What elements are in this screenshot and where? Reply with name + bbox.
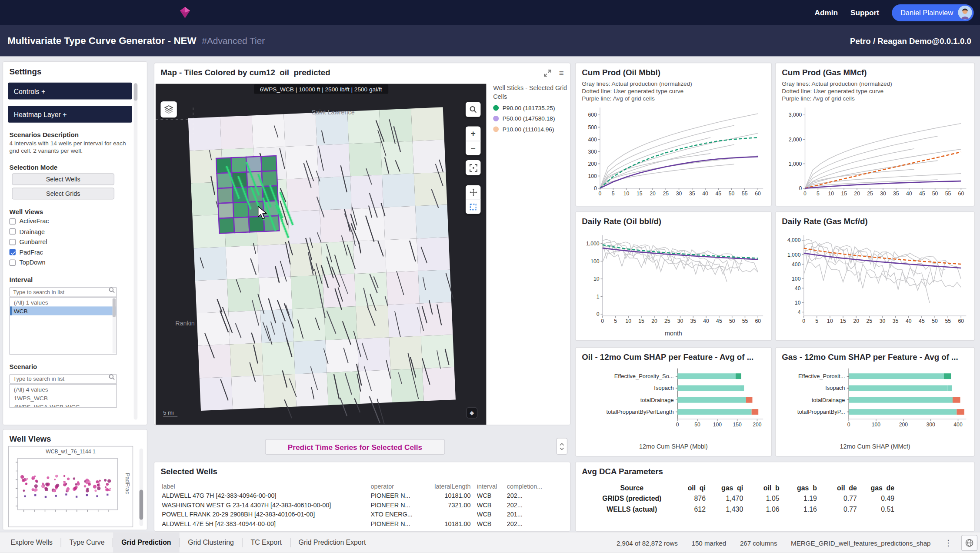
svg-text:10: 10 xyxy=(623,191,630,197)
svg-text:100: 100 xyxy=(713,422,722,428)
language-globe-button[interactable] xyxy=(961,535,977,551)
panel-collapse-control[interactable] xyxy=(556,438,567,455)
table-row[interactable]: POWELL FRANK 20-29 2908BH [42-383-40106-… xyxy=(162,510,566,519)
svg-text:Isopach: Isopach xyxy=(825,385,845,391)
selected-wells-title: Selected Wells xyxy=(154,462,570,478)
list-option-4wps-wca-wcb-wcc[interactable]: 4WPS_WCA-WCB-WCC xyxy=(10,402,116,408)
map-legend: Well Sticks - Selected Grid Cells P90.00… xyxy=(493,84,568,133)
admin-link[interactable]: Admin xyxy=(814,8,838,17)
map-canvas[interactable]: Saint LawrenceRankin 6WPS_WCB | 10000 ft… xyxy=(156,84,486,425)
select-grids-button[interactable]: Select Grids xyxy=(12,188,114,199)
well-view-checkbox-gunbarrel[interactable]: Gunbarrel xyxy=(10,237,147,247)
column-header-operator[interactable]: operator xyxy=(370,483,430,489)
list-option-1wps-wcb[interactable]: 1WPS_WCB xyxy=(10,393,116,402)
zoom-in-button[interactable]: + xyxy=(466,126,481,141)
svg-text:30: 30 xyxy=(880,318,886,324)
list-option-all-4-values[interactable]: (All) 4 values xyxy=(10,385,116,393)
table-row[interactable]: ALDWELL 47E 5H [42-383-40944-00-00]PIONE… xyxy=(162,519,566,529)
list-option-wcb[interactable]: WCB xyxy=(10,307,116,315)
box-select-mode-button[interactable] xyxy=(466,200,481,214)
pan-mode-button[interactable] xyxy=(466,185,481,200)
tab-grid-prediction[interactable]: Grid Prediction xyxy=(113,532,180,553)
daily-rate-gas-panel: Daily Rate (Gas Mcf/d) 4,0001,0004001004… xyxy=(775,211,975,341)
overflow-menu-icon[interactable]: ⋮ xyxy=(944,538,953,547)
well-views-panel: Well Views WCB_w1_76_1144 1 PadFrac xyxy=(3,429,148,530)
legend-item: P50.00 (147580.18) xyxy=(493,115,568,122)
svg-text:1,000: 1,000 xyxy=(789,161,802,167)
tab-grid-clustering[interactable]: Grid Clustering xyxy=(180,532,242,553)
svg-text:50: 50 xyxy=(729,318,735,324)
map-panel: Map - Tiles Colored by cum12_oil_predict… xyxy=(154,63,571,426)
scenario-search-input[interactable] xyxy=(10,374,117,384)
cum-oil-chart: 0100200300400500600051015202530354045505… xyxy=(579,103,768,198)
daily-rate-oil-panel: Daily Rate (Oil bbl/d) 1,000100101005101… xyxy=(575,211,772,341)
legend-item: P10.00 (111014.96) xyxy=(493,126,568,133)
svg-text:20: 20 xyxy=(650,191,656,197)
interval-heading: Interval xyxy=(10,276,147,283)
support-link[interactable]: Support xyxy=(850,8,879,17)
checkbox-icon[interactable] xyxy=(10,228,16,235)
column-header-completion[interactable]: completion... xyxy=(507,483,557,489)
column-header-label[interactable]: label xyxy=(162,483,370,489)
tier-badge: #Advanced Tier xyxy=(202,36,265,46)
table-row[interactable]: ALDWELL 47G 7H [42-383-40946-00-00]PIONE… xyxy=(162,491,566,500)
well-view-checkbox-activefrac[interactable]: ActiveFrac xyxy=(10,216,147,227)
heatmap-layer-expander[interactable]: Heatmap Layer + xyxy=(8,106,132,123)
svg-text:600: 600 xyxy=(588,112,597,118)
checkbox-icon[interactable] xyxy=(10,249,16,255)
layers-button[interactable] xyxy=(160,101,177,117)
tab-tc-export[interactable]: TC Export xyxy=(243,532,290,553)
expand-icon[interactable] xyxy=(544,69,551,77)
dca-table: Sourceoil_qigas_qioil_bgas_boil_degas_de… xyxy=(588,482,900,514)
table-header: Sourceoil_qigas_qioil_bgas_boil_degas_de xyxy=(588,482,900,493)
table-row: GRIDS (predicted)8761,4701.051.190.770.4… xyxy=(588,493,900,503)
scrollbar-thumb[interactable] xyxy=(134,83,138,101)
svg-text:0: 0 xyxy=(599,191,602,197)
fit-bounds-button[interactable] xyxy=(466,160,481,175)
cum-prod-gas-panel: Cum Prod (Gas MMcf) Gray lines: Actual p… xyxy=(775,63,975,207)
table-cell: 1.05 xyxy=(748,494,784,502)
well-views-scrollbar[interactable] xyxy=(140,449,143,526)
checkbox-icon[interactable] xyxy=(10,239,16,245)
well-view-checkbox-topdown[interactable]: TopDown xyxy=(10,258,147,268)
zoom-out-button[interactable]: − xyxy=(466,141,481,155)
svg-text:15: 15 xyxy=(841,191,847,197)
table-header: labeloperatorlateralLengthintervalcomple… xyxy=(162,481,566,491)
settings-scrollbar[interactable] xyxy=(134,83,138,419)
well-view-checkbox-padfrac[interactable]: PadFrac xyxy=(10,247,147,258)
table-cell: 202... xyxy=(507,502,557,509)
checkbox-icon[interactable] xyxy=(10,259,16,265)
svg-text:3,000: 3,000 xyxy=(789,112,802,118)
column-header-gas-b: gas_b xyxy=(784,484,822,491)
interval-search-input[interactable] xyxy=(10,287,117,297)
predict-time-series-button[interactable]: Predict Time Series for Selected Cells xyxy=(265,439,445,455)
tab-explore-wells[interactable]: Explore Wells xyxy=(3,532,61,553)
chart-title: Gas - 12mo Cum SHAP per Feature - Avg of… xyxy=(776,348,974,363)
svg-text:totalProppantByP...: totalProppantByP... xyxy=(797,409,845,415)
well-view-checkbox-drainage[interactable]: Drainage xyxy=(10,227,147,237)
svg-text:totalDrainage: totalDrainage xyxy=(812,397,845,403)
svg-text:10: 10 xyxy=(593,276,600,282)
svg-text:25: 25 xyxy=(867,191,873,197)
panel-menu-icon[interactable]: ≡ xyxy=(559,68,564,78)
controls-expander[interactable]: Controls + xyxy=(8,83,132,100)
svg-text:Isopach: Isopach xyxy=(654,385,673,391)
table-row[interactable]: WASHINGTON WEST G 23-14 4307H [42-383-40… xyxy=(162,500,566,510)
checkbox-icon[interactable] xyxy=(10,218,16,225)
tab-grid-prediction-export[interactable]: Grid Prediction Export xyxy=(290,532,374,553)
column-header-laterallength[interactable]: lateralLength xyxy=(430,483,477,489)
user-menu[interactable]: Daniel Plainview xyxy=(892,4,974,21)
map-search-button[interactable] xyxy=(466,102,481,117)
select-wells-button[interactable]: Select Wells xyxy=(12,173,114,185)
tab-type-curve[interactable]: Type Curve xyxy=(61,532,113,553)
map-attribution-icon[interactable]: ◆ xyxy=(466,407,477,419)
scrollbar-thumb[interactable] xyxy=(140,490,143,520)
svg-text:50: 50 xyxy=(932,318,938,324)
column-header-oil-b: oil_b xyxy=(748,484,784,491)
column-header-interval[interactable]: interval xyxy=(477,483,507,489)
svg-text:25: 25 xyxy=(663,191,669,197)
legend-dot-icon xyxy=(493,105,499,111)
well-view-thumbnail[interactable]: WCB_w1_76_1144 1 PadFrac xyxy=(8,446,133,527)
table-row: WELLS (actual)6121,4301.061.160.770.51 xyxy=(588,503,900,514)
list-option-all-1-values[interactable]: (All) 1 values xyxy=(10,298,116,307)
